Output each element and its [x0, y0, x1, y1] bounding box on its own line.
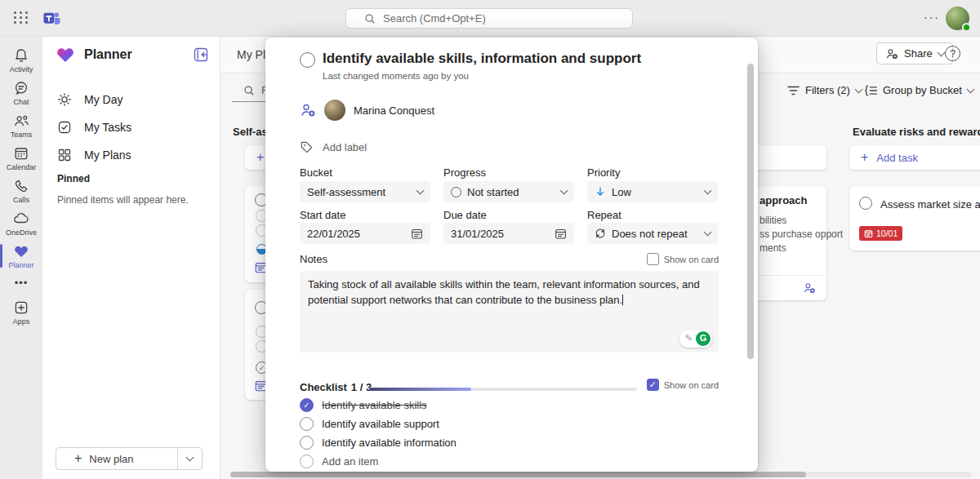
- add-label-row[interactable]: Add label: [300, 140, 367, 154]
- rail-item-planner[interactable]: Planner: [0, 241, 42, 271]
- planner-header: Planner: [56, 45, 132, 64]
- priority-value: Low: [612, 186, 631, 198]
- priority-field-label: Priority: [587, 166, 620, 179]
- new-plan-dropdown[interactable]: [177, 448, 202, 469]
- add-task-card-bucket3[interactable]: + Add task: [849, 145, 980, 170]
- checklist-checked-icon[interactable]: ✓: [300, 398, 314, 412]
- group-by-button[interactable]: Group by Bucket: [865, 84, 973, 96]
- rail-label: Calendar: [7, 163, 37, 171]
- chevron-down-icon: [937, 48, 945, 56]
- task-complete-circle[interactable]: [859, 197, 872, 210]
- horizontal-scrollbar-thumb[interactable]: [230, 472, 806, 477]
- calendar-icon: [864, 229, 873, 238]
- app-rail: Activity Chat Teams Calendar Calls OneDr…: [0, 37, 42, 479]
- notes-show-on-card[interactable]: Show on card: [647, 253, 719, 265]
- checklist-add-item[interactable]: Add an item: [300, 455, 378, 468]
- rail-item-onedrive[interactable]: OneDrive: [0, 208, 42, 238]
- rail-more-apps-icon[interactable]: •••: [15, 277, 29, 289]
- planner-logo-icon: [56, 45, 75, 64]
- sun-icon: [57, 92, 72, 107]
- start-date-label: Start date: [300, 209, 345, 221]
- chevron-down-icon: [704, 228, 712, 237]
- task-title: Identify available skills, information a…: [323, 51, 641, 67]
- pen-icon: ✎: [685, 332, 693, 345]
- rail-item-apps[interactable]: Apps: [0, 297, 42, 327]
- add-task-label: Add task: [876, 152, 918, 164]
- filter-lines-icon: [787, 86, 800, 95]
- rail-label: Planner: [8, 261, 33, 269]
- progress-value: Not started: [467, 186, 519, 198]
- add-item-text: Add an item: [322, 455, 378, 468]
- card-title: Assess market size and stab: [880, 198, 980, 211]
- repeat-dropdown[interactable]: Does not repeat: [587, 223, 718, 244]
- board-filter-input[interactable]: F: [243, 84, 268, 96]
- chevron-down-icon: [704, 187, 712, 195]
- checklist-unchecked-icon: [300, 455, 314, 468]
- chevron-down-icon: [560, 187, 568, 195]
- calendar-icon: [555, 228, 567, 240]
- nav-label: My Tasks: [84, 121, 131, 134]
- assign-person-icon[interactable]: [803, 282, 816, 295]
- help-button[interactable]: ?: [945, 46, 960, 61]
- checklist-item-1[interactable]: ✓ Identify available skills: [300, 398, 427, 412]
- nav-my-day[interactable]: My Day: [42, 86, 220, 113]
- search-placeholder: Search (Cmd+Opt+E): [383, 12, 486, 24]
- rail-item-calendar[interactable]: Calendar: [0, 143, 42, 173]
- share-label: Share: [904, 47, 933, 60]
- progress-dropdown[interactable]: Not started: [443, 181, 574, 202]
- topbar-more-menu[interactable]: ···: [924, 11, 940, 24]
- rail-item-calls[interactable]: Calls: [0, 175, 42, 206]
- new-plan-main[interactable]: + New plan: [56, 452, 177, 465]
- priority-low-arrow-icon: [595, 186, 606, 197]
- checklist-unchecked-icon[interactable]: [300, 436, 314, 450]
- chevron-down-icon: [416, 187, 425, 195]
- due-date-picker[interactable]: 31/01/2025: [443, 223, 574, 244]
- global-search-input[interactable]: Search (Cmd+Opt+E): [345, 8, 633, 29]
- rail-label: OneDrive: [6, 228, 37, 237]
- plus-icon: +: [256, 151, 264, 164]
- priority-dropdown[interactable]: Low: [587, 181, 718, 202]
- checklist-show-on-card[interactable]: ✓ Show on card: [647, 379, 719, 391]
- grammarly-icon: G: [696, 331, 710, 346]
- horizontal-scrollbar-track[interactable]: [230, 472, 972, 477]
- due-date-value: 31/01/2025: [451, 228, 504, 240]
- share-button[interactable]: Share: [876, 42, 953, 64]
- filters-button[interactable]: Filters (2): [787, 84, 862, 96]
- start-date-value: 22/01/2025: [307, 228, 360, 240]
- assignee-name[interactable]: Marina Conquest: [354, 104, 434, 117]
- cloud-icon: [12, 211, 30, 227]
- app-title: Planner: [84, 47, 132, 62]
- checklist-count: 1 / 3: [351, 381, 372, 393]
- checkbox-unchecked-icon[interactable]: [647, 253, 659, 265]
- task-card-assess-market[interactable]: Assess market size and stab 10/01: [849, 186, 980, 251]
- rail-item-chat[interactable]: Chat: [0, 78, 42, 108]
- chat-icon: [13, 80, 29, 96]
- phone-icon: [13, 178, 29, 194]
- notes-textarea[interactable]: Taking stock of all available skills wit…: [300, 271, 719, 353]
- group-list-icon: [865, 85, 877, 96]
- grid-icon: [57, 148, 72, 162]
- card-line-fragment: ss purchase opport: [760, 228, 843, 240]
- checkbox-checked-icon[interactable]: ✓: [647, 379, 659, 391]
- rail-item-teams[interactable]: Teams: [0, 110, 42, 140]
- bucket-dropdown[interactable]: Self-assessment: [300, 181, 430, 202]
- person-add-icon: [885, 47, 898, 60]
- app-launcher-waffle-icon[interactable]: [14, 11, 29, 24]
- start-date-picker[interactable]: 22/01/2025: [300, 223, 430, 244]
- modal-scrollbar-thumb[interactable]: [747, 64, 754, 359]
- nav-my-plans[interactable]: My Plans: [42, 141, 220, 169]
- collapse-panel-icon[interactable]: [194, 47, 208, 62]
- user-avatar[interactable]: [946, 7, 969, 30]
- pinned-section-header: Pinned: [57, 173, 90, 184]
- rail-item-activity[interactable]: Activity: [0, 45, 42, 75]
- checklist-item-3[interactable]: Identify available information: [300, 436, 457, 450]
- task-complete-circle[interactable]: [300, 52, 315, 68]
- card-line-fragment: bilities: [760, 215, 786, 226]
- show-on-card-label: Show on card: [664, 380, 719, 390]
- assign-person-icon[interactable]: [300, 102, 316, 118]
- checklist-unchecked-icon[interactable]: [300, 417, 314, 431]
- nav-my-tasks[interactable]: My Tasks: [42, 113, 220, 141]
- checklist-item-2[interactable]: Identify available support: [300, 417, 439, 431]
- chevron-down-icon: [186, 454, 194, 462]
- grammarly-widget[interactable]: ✎ G: [679, 330, 712, 348]
